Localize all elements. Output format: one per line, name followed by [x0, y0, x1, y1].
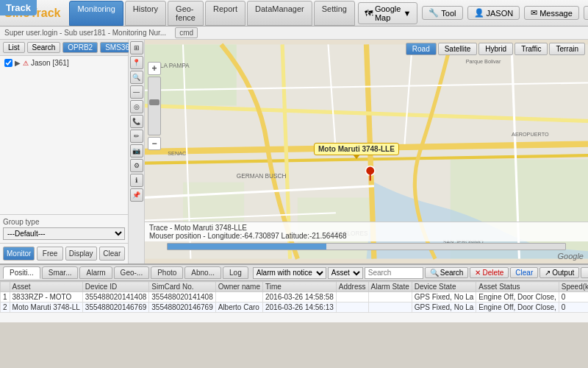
free-btn[interactable]: Free [37, 247, 62, 261]
track-label: Track [0, 0, 37, 15]
tab-position[interactable]: Positi... [3, 266, 40, 279]
tab-smart[interactable]: Smar... [42, 266, 79, 279]
traffic-btn[interactable]: Traffic [514, 43, 548, 55]
position-info: Mouser position - Longitude:-64.730897 L… [149, 232, 347, 240]
map-tool-search[interactable]: 🔍 [130, 71, 143, 84]
search-icon: 🔍 [430, 269, 439, 277]
monitor-btn[interactable]: Monitor [3, 247, 35, 261]
cell-device-1: 355488020141408 [82, 292, 148, 302]
delete-label: Delete [482, 269, 503, 277]
clear-btn[interactable]: Clear [510, 267, 538, 278]
search-label: Search [440, 269, 464, 277]
tree-area: ▶ ⚠ Jason [361] [0, 56, 128, 214]
list-btn[interactable]: List [3, 42, 25, 53]
zoom-slider[interactable] [148, 77, 161, 135]
col-alarm-state: Alarm State [368, 282, 412, 292]
map-tool-layers[interactable]: ⊞ [130, 41, 143, 54]
chevron-down-icon: ▼ [403, 9, 411, 18]
sidebar: List Search OPRB2 SMS360 ▶ ⚠ Jason [361]… [0, 40, 129, 263]
tree-check-0[interactable] [4, 59, 12, 67]
col-time: Time [262, 282, 336, 292]
main-area: List Search OPRB2 SMS360 ▶ ⚠ Jason [361]… [0, 40, 588, 263]
nav-report[interactable]: Report [205, 1, 245, 26]
road-btn[interactable]: Road [406, 43, 437, 55]
trace-info: Trace - Moto Maruti 3748-LLE [149, 224, 247, 232]
delete-btn[interactable]: ✕ Delete [470, 267, 509, 278]
search-input[interactable] [365, 267, 423, 279]
display-btn[interactable]: Display [65, 247, 97, 261]
table-row[interactable]: 1 3833RZP - MOTO 355488020141408 3554880… [1, 292, 589, 302]
zoom-out-btn[interactable]: − [148, 137, 161, 150]
message-btn[interactable]: ✉ Message [524, 6, 579, 20]
alarm-select[interactable]: Alarm with notice [253, 267, 326, 279]
exit-btn[interactable]: ✕ Exit [584, 6, 588, 20]
col-owner: Owner name [215, 282, 262, 292]
nav-datamanager[interactable]: DataManager [247, 1, 312, 26]
cell-alarm-1 [368, 292, 412, 302]
cell-asset-2: Moto Maruti 3748-LL [10, 302, 82, 313]
search-btn[interactable]: 🔍 Search [425, 267, 469, 278]
tab-abno[interactable]: Abno... [184, 266, 221, 279]
poi-btn[interactable]: 📍 POI [581, 267, 588, 278]
asset-select[interactable]: Asset [328, 267, 363, 279]
nav-geofence[interactable]: Geo-fence [168, 1, 204, 26]
map-container[interactable]: LA PAMPA Parque Bolivar AEROPUERTO GERMA… [145, 40, 588, 263]
zoom-in-btn[interactable]: + [148, 62, 161, 75]
search-btn[interactable]: Search [27, 42, 61, 53]
map-tool-info[interactable]: ℹ [130, 174, 143, 187]
data-table: Asset Device ID SimCard No. Owner name T… [0, 281, 588, 313]
user-label: JASON [487, 9, 514, 18]
cell-num-1: 1 [1, 292, 10, 302]
map-tool-marker[interactable]: 📍 [130, 56, 143, 69]
col-asset: Asset [10, 282, 82, 292]
map-tool-route[interactable]: — [130, 85, 143, 99]
user-btn[interactable]: 👤 JASON [467, 6, 520, 20]
map-zoom: + − [148, 62, 161, 150]
map-tool-zoom[interactable]: ◎ [130, 100, 143, 113]
header-right: 🗺 Google Map ▼ 🔧 Tool 👤 JASON ✉ Message … [358, 2, 588, 24]
svg-text:AEROPUERTO: AEROPUERTO [512, 131, 549, 138]
cell-sim-2: 355488020146769 [149, 302, 215, 313]
cell-sim-1: 355488020141408 [149, 292, 215, 302]
cell-devstate-2: GPS Fixed, No La [412, 302, 476, 313]
satellite-btn[interactable]: Satellite [438, 43, 478, 55]
terrain-btn[interactable]: Terrain [549, 43, 585, 55]
map-select-btn[interactable]: 🗺 Google Map ▼ [358, 2, 417, 24]
tab-photo[interactable]: Photo [151, 266, 183, 279]
tab-alarm[interactable]: Alarm [79, 266, 112, 279]
tool-icon: 🔧 [429, 8, 439, 18]
map-tool-phone[interactable]: 📞 [130, 115, 143, 128]
cmd-btn[interactable]: cmd [175, 27, 198, 38]
cell-time-1: 2016-03-26 14:58:58 [262, 292, 336, 302]
output-btn[interactable]: ↗ Output [539, 267, 579, 278]
output-icon: ↗ [545, 269, 551, 277]
cell-devstate-1: GPS Fixed, No La [412, 292, 476, 302]
nav-monitoring[interactable]: Monitoring [69, 1, 123, 26]
marker-label: Moto Maruti 3748-LLE [318, 145, 395, 153]
nav-history[interactable]: History [125, 1, 166, 26]
group-type-select[interactable]: ---Default--- [3, 227, 125, 240]
cell-time-2: 2016-03-26 14:56:13 [262, 302, 336, 313]
col-simcard: SimCard No. [149, 282, 215, 292]
table-row[interactable]: 2 Moto Maruti 3748-LL 355488020146769 35… [1, 302, 589, 313]
map-tool-settings[interactable]: ⚙ [130, 159, 143, 172]
alarm-select-wrap: Alarm with notice [253, 267, 326, 279]
map-progress[interactable] [167, 243, 566, 250]
map-tool-edit[interactable]: ✏ [130, 130, 143, 143]
map-tool-camera[interactable]: 📷 [130, 144, 143, 158]
nav-setting[interactable]: Setting [314, 1, 355, 26]
map-tool-pin[interactable]: 📌 [130, 188, 143, 202]
hybrid-btn[interactable]: Hybrid [478, 43, 513, 55]
tool-btn[interactable]: 🔧 Tool [422, 6, 462, 20]
cell-speed-2: 0 [559, 302, 588, 313]
clear-btn[interactable]: Clear [99, 247, 125, 261]
zoom-handle[interactable] [149, 99, 159, 105]
tab-log[interactable]: Log [223, 266, 248, 279]
tree-item-0[interactable]: ▶ ⚠ Jason [361] [1, 57, 126, 68]
oprb2-btn[interactable]: OPRB2 [62, 42, 98, 53]
tool-label: Tool [441, 9, 456, 18]
tree-expand-icon: ▶ [15, 59, 21, 67]
tab-geo[interactable]: Geo-... [114, 266, 150, 279]
message-icon: ✉ [531, 8, 537, 18]
group-type-area: Group type ---Default--- [0, 214, 128, 243]
